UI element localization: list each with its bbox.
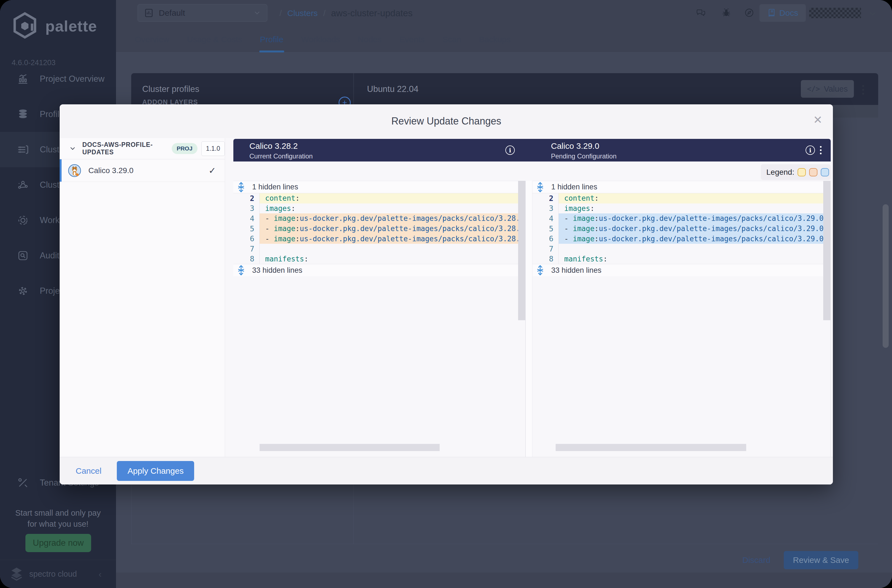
discard-button[interactable]: Discard: [742, 555, 770, 565]
pending-pane-header: Calico 3.29.0 Pending Configuration: [551, 139, 617, 160]
horizontal-scrollbar[interactable]: [556, 444, 746, 451]
profile-list-header[interactable]: DOCS-AWS-PROFILE-UPDATES PROJ 1.1.0: [60, 138, 225, 159]
user-menu-chevron-icon[interactable]: [868, 9, 878, 19]
sidebar-item-project-overview[interactable]: Project Overview: [0, 61, 116, 97]
unfold-lines-icon[interactable]: [237, 182, 246, 193]
code-line-4: 4 - image: us-docker.pkg.dev/palette-ima…: [532, 213, 830, 224]
code-line-2: 2content:: [233, 193, 525, 204]
apply-changes-button[interactable]: Apply Changes: [117, 461, 194, 481]
selected-indicator: [60, 159, 62, 182]
pane-divider: [526, 181, 532, 457]
project-scope-icon: [144, 8, 154, 18]
current-pane-title: Calico 3.28.2: [249, 141, 312, 151]
hidden-lines-top[interactable]: 1 hidden lines: [532, 181, 830, 193]
code-tag-icon: </>: [807, 85, 820, 93]
tools-icon: [17, 477, 29, 489]
hidden-lines-bottom[interactable]: 33 hidden lines: [233, 264, 525, 276]
tab-backups[interactable]: Backups: [479, 26, 511, 52]
spectro-cloud-logo-icon: [8, 567, 26, 582]
pack-list-item-calico[interactable]: Calico 3.29.0 ✓: [60, 159, 225, 182]
page-scrollbar[interactable]: [883, 204, 889, 348]
network-icon: [17, 179, 29, 191]
modal-header: Review Update Changes ✕: [60, 104, 833, 138]
brand-name: spectro cloud: [29, 570, 77, 579]
docs-label: Docs: [779, 8, 798, 18]
horizontal-scrollbar[interactable]: [260, 444, 440, 451]
breadcrumb-clusters-link[interactable]: Clusters: [287, 9, 318, 18]
pack-label: Calico 3.29.0: [89, 166, 134, 175]
breadcrumb-page: aws-cluster-updates: [331, 8, 413, 18]
project-selector[interactable]: Default: [138, 4, 267, 22]
pack-kebab-menu-icon[interactable]: [862, 85, 864, 94]
profile-scope-badge: PROJ: [172, 143, 197, 154]
chart-icon: [17, 73, 29, 85]
info-icon[interactable]: i: [505, 146, 515, 155]
code-line-7: 7: [532, 244, 830, 254]
upgrade-now-button[interactable]: Upgrade now: [26, 534, 91, 552]
brand-footer: spectro cloud ‹: [0, 560, 116, 588]
tab-workloads[interactable]: Workloads: [301, 26, 340, 52]
vertical-scrollbar[interactable]: [518, 181, 525, 320]
panel-divider: [353, 484, 354, 544]
legend: Legend:: [761, 164, 831, 180]
server-icon: [17, 144, 29, 155]
hidden-lines-top[interactable]: 1 hidden lines: [233, 181, 525, 193]
kebab-menu-icon[interactable]: [820, 146, 821, 154]
diff-header-bar: Calico 3.28.2 Current Configuration i Ca…: [233, 139, 831, 162]
bug-icon[interactable]: [721, 8, 731, 18]
modal-footer: Cancel Apply Changes: [60, 457, 833, 484]
check-icon: ✓: [209, 165, 216, 176]
profile-version: 1.1.0: [201, 141, 225, 156]
calico-pack-icon: [68, 164, 81, 177]
legend-swatch-incoming-change: [821, 168, 829, 176]
unfold-lines-icon[interactable]: [237, 265, 246, 276]
gear-icon: [17, 285, 29, 297]
pending-pane-title: Calico 3.29.0: [551, 141, 617, 151]
values-button[interactable]: </> Values: [801, 80, 854, 98]
logo-text: palette: [45, 17, 97, 35]
legend-swatches: [797, 168, 829, 176]
values-label: Values: [824, 84, 848, 94]
vertical-scrollbar[interactable]: [823, 181, 830, 320]
code-line-6: 6 - image: us-docker.pkg.dev/palette-ima…: [233, 234, 525, 244]
tab-nodes[interactable]: Nodes: [357, 26, 381, 52]
layers-icon: [17, 108, 29, 120]
unfold-lines-icon[interactable]: [536, 182, 545, 193]
cluster-profiles-title: Cluster profiles: [142, 84, 200, 94]
code-line-5: 5 - image: us-docker.pkg.dev/palette-ima…: [532, 224, 830, 234]
tab-scan[interactable]: Scan: [442, 26, 461, 52]
pending-config-pane: 1 hidden lines2content:3 images:4 - imag…: [532, 181, 831, 457]
cancel-button[interactable]: Cancel: [76, 466, 101, 476]
topbar: Default / Clusters / aws-cluster-updates: [116, 0, 892, 26]
profile-list-panel: DOCS-AWS-PROFILE-UPDATES PROJ 1.1.0: [60, 138, 225, 457]
palette-logo-icon: [11, 11, 39, 41]
chevron-down-icon[interactable]: [69, 145, 76, 152]
hidden-lines-bottom[interactable]: 33 hidden lines: [532, 264, 830, 276]
code-line-4: 4 - image: us-docker.pkg.dev/palette-ima…: [233, 213, 525, 224]
legend-swatch-current-change: [809, 168, 817, 176]
cluster-tabs: OverviewUsage & CostsProfileWorkloadsNod…: [135, 26, 511, 52]
footer-divider: [131, 544, 878, 544]
code-line-3: 3 images:: [532, 204, 830, 214]
docs-button[interactable]: Docs: [760, 4, 806, 22]
tab-profile[interactable]: Profile: [260, 26, 283, 52]
profile-name: DOCS-AWS-PROFILE-UPDATES: [82, 141, 167, 156]
orbit-icon: [17, 214, 29, 226]
tab-usage-costs[interactable]: Usage & Costs: [187, 26, 242, 52]
page-footer-strip: [116, 573, 892, 588]
review-save-button[interactable]: Review & Save: [784, 551, 858, 569]
pending-pane-subtitle: Pending Configuration: [551, 152, 617, 160]
close-icon[interactable]: ✕: [813, 114, 822, 125]
chat-icon[interactable]: [696, 8, 706, 18]
book-icon: [767, 9, 776, 17]
info-icon[interactable]: i: [806, 146, 815, 155]
collapse-sidebar-icon[interactable]: ‹: [99, 568, 102, 579]
tab-events[interactable]: Events: [399, 26, 425, 52]
diff-area: Calico 3.28.2 Current Configuration i Ca…: [225, 138, 833, 457]
palette-logo: palette: [11, 11, 97, 41]
promo-line1: Start small and only pay: [0, 507, 116, 518]
unfold-lines-icon[interactable]: [536, 265, 545, 276]
help-compass-icon[interactable]: [744, 8, 754, 18]
tab-overview[interactable]: Overview: [135, 26, 169, 52]
modal-title: Review Update Changes: [391, 116, 501, 127]
